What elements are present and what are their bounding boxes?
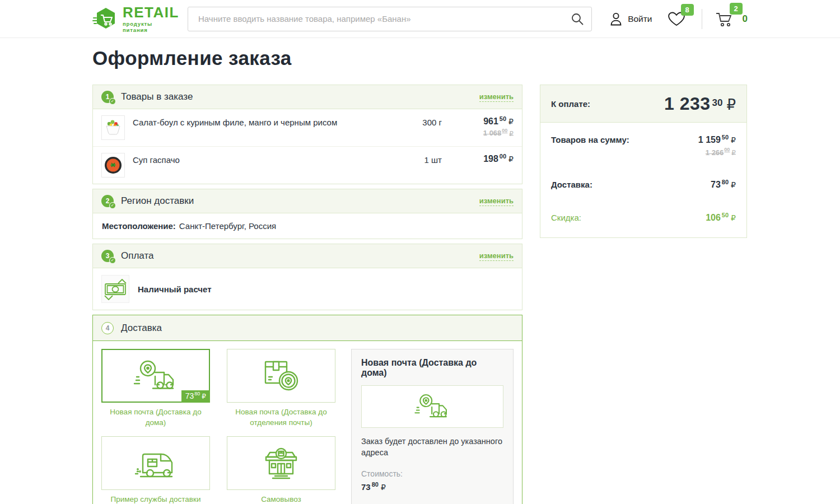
product-thumbnail-soup	[101, 153, 125, 178]
discount-label: Скидка:	[551, 213, 581, 222]
discount-value: 10650₽	[706, 212, 736, 223]
delivery-option-home[interactable]: 7380₽ Новая почта (Доставка до дома)	[101, 349, 210, 436]
product-thumbnail-salad	[101, 115, 125, 140]
cash-icon	[101, 275, 129, 303]
change-items-link[interactable]: изменить	[479, 92, 514, 102]
delivery-option-post-office[interactable]: Новая почта (Доставка до отделения почты…	[227, 349, 335, 436]
ruble-sign: ₽	[731, 149, 736, 157]
ruble-sign: ₽	[731, 136, 736, 144]
order-summary-panel: К оплате: 1 23330₽ Товаров на сумму: 1 1…	[540, 85, 747, 238]
change-payment-link[interactable]: изменить	[479, 251, 514, 261]
delivery-option-pickup[interactable]: Самовывоз	[227, 436, 335, 504]
user-icon	[609, 11, 623, 27]
section-order-items-header: 1 Товары в заказе изменить	[92, 85, 522, 109]
logo-basket-icon	[92, 6, 118, 32]
location-label: Местоположение:	[102, 221, 176, 231]
delivery-detail-panel: Новая почта (Доставка до дома)	[351, 349, 514, 504]
ruble-sign: ₽	[726, 96, 736, 113]
cart-total: 0	[743, 13, 748, 25]
cart-button[interactable]: 2	[715, 10, 735, 29]
delivery-van-icon	[133, 447, 179, 479]
items-sum-label: Товаров на сумму:	[551, 135, 629, 144]
delivery-option-label: Самовывоз	[227, 494, 335, 504]
delivery-price-badge: 7380₽	[181, 390, 210, 403]
logo-subtitle: продукты питания	[123, 21, 179, 33]
delivery-sum-value: 7380₽	[711, 179, 736, 190]
login-button[interactable]: Войти	[609, 11, 652, 27]
step-1-badge: 1	[101, 91, 114, 103]
step-4-badge: 4	[101, 322, 114, 334]
delivery-detail-title: Новая почта (Доставка до дома)	[361, 358, 503, 378]
section-title: Оплата	[121, 250, 479, 262]
ruble-sign: ₽	[508, 155, 514, 164]
header-bar: RETAIL продукты питания	[0, 0, 840, 38]
delivery-sum-label: Доставка:	[551, 180, 592, 189]
section-title: Регион доставки	[121, 195, 479, 207]
section-delivery: 4 Доставка	[92, 315, 522, 504]
favorites-button[interactable]: 8	[667, 11, 686, 27]
logo-title: RETAIL	[123, 5, 179, 20]
search-button[interactable]	[566, 9, 589, 29]
truck-with-pin-icon	[361, 385, 503, 428]
check-icon	[109, 98, 116, 105]
delivery-option-label: Пример службы доставки	[101, 494, 210, 504]
delivery-cost-label: Стоимость:	[361, 469, 503, 478]
product-old-price: 1 06800₽	[442, 128, 514, 138]
delivery-detail-description: Заказ будет доставлен до указанного адре…	[361, 436, 503, 458]
product-name: Салат-боул с куриным филе, манго и черны…	[125, 118, 377, 127]
search-icon	[570, 12, 585, 26]
product-quantity: 300 г	[377, 118, 442, 127]
section-payment: 3 Оплата изменить	[92, 244, 522, 310]
change-region-link[interactable]: изменить	[479, 197, 514, 206]
section-delivery-region-header: 2 Регион доставки изменить	[92, 189, 522, 213]
section-title: Товары в заказе	[121, 91, 479, 102]
product-name: Суп гаспачо	[125, 155, 377, 165]
page-title: Оформление заказа	[92, 47, 748, 69]
delivery-option-label: Новая почта (Доставка до дома)	[101, 407, 210, 428]
search-bar	[188, 7, 592, 31]
total-due-label: К оплате:	[551, 99, 590, 109]
section-delivery-region: 2 Регион доставки изменить Местоположени…	[92, 189, 522, 239]
search-input[interactable]	[188, 7, 592, 31]
ruble-sign: ₽	[731, 180, 736, 189]
items-sum-old-value: 1 26600₽	[706, 147, 736, 157]
step-3-badge: 3	[101, 250, 114, 262]
ruble-sign: ₽	[731, 213, 736, 222]
favorites-badge: 8	[681, 4, 694, 16]
truck-with-pin-icon	[133, 359, 179, 393]
ruble-sign: ₽	[509, 130, 514, 138]
product-price: 19800₽	[483, 154, 514, 164]
payment-method-label: Наличный расчет	[138, 284, 212, 294]
section-payment-header: 3 Оплата изменить	[92, 244, 522, 268]
delivery-option-label: Новая почта (Доставка до отделения почты…	[227, 407, 335, 428]
step-2-badge: 2	[101, 195, 114, 207]
delivery-option-sample-service[interactable]: Пример службы доставки	[101, 436, 210, 504]
check-icon	[109, 257, 116, 264]
store-building-icon	[262, 446, 301, 480]
product-price: 96150₽	[483, 116, 514, 126]
parcel-with-pin-icon	[261, 358, 301, 393]
location-value: Санкт-Петербург, Россия	[179, 221, 276, 231]
delivery-cost-value: 7380₽	[361, 481, 503, 492]
total-due-value: 1 23330₽	[664, 94, 736, 114]
ruble-sign: ₽	[508, 117, 514, 126]
product-quantity: 1 шт	[377, 155, 442, 165]
section-order-items: 1 Товары в заказе изменить	[92, 85, 522, 184]
order-item-row: Суп гаспачо 1 шт 19800₽	[93, 146, 522, 184]
order-item-row: Салат-боул с куриным филе, манго и черны…	[93, 109, 522, 146]
header-divider	[702, 9, 702, 29]
section-title: Доставка	[121, 323, 514, 334]
ruble-sign: ₽	[202, 393, 206, 400]
section-delivery-header: 4 Доставка	[93, 315, 522, 341]
logo[interactable]: RETAIL продукты питания	[92, 5, 176, 33]
items-sum-value: 1 15950₽	[698, 134, 736, 145]
check-icon	[109, 202, 116, 209]
ruble-sign: ₽	[381, 483, 386, 492]
login-label: Войти	[628, 14, 652, 24]
cart-badge: 2	[730, 3, 743, 15]
